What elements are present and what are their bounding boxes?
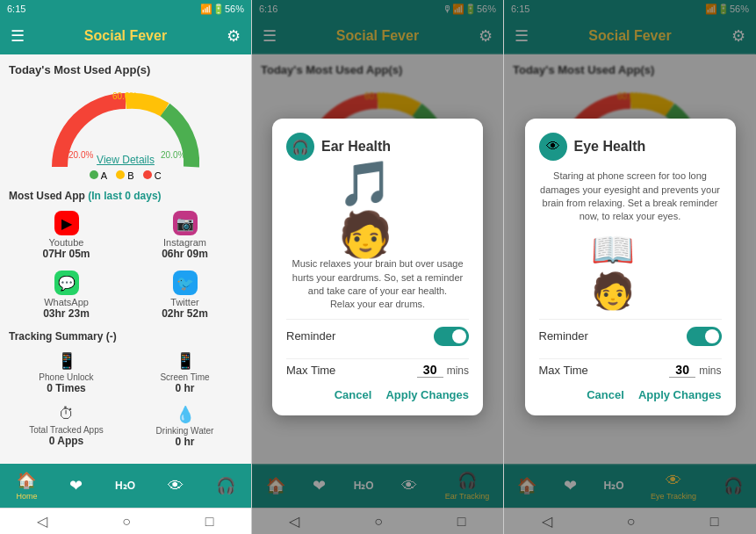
eye-modal-desc: Staring at phone screen for too long dam…: [539, 170, 722, 224]
top-nav-1: ☰ Social Fever ⚙: [0, 18, 251, 54]
total-apps-value: 0 Apps: [49, 435, 84, 447]
youtube-name: Youtube: [49, 237, 84, 248]
app-item-whatsapp: 💬 WhatsApp 03hr 23m: [9, 267, 124, 323]
nav-water-1[interactable]: H₂O: [115, 480, 135, 492]
ear-cancel-button[interactable]: Cancel: [335, 388, 372, 401]
eye-time-input-group: 30 mins: [669, 363, 721, 378]
phone-panel-2: 6:16 🎙📶🔋56% ☰ Social Fever ⚙ Today's Mos…: [252, 0, 504, 534]
legend-dot-a: A: [90, 170, 107, 181]
eye-time-unit: mins: [699, 364, 721, 377]
twitter-time: 02hr 52m: [162, 307, 208, 320]
eye-modal-image: 📖🧑: [591, 231, 670, 310]
home-icon-1: 🏠: [17, 471, 36, 490]
phone-unlock-value: 0 Times: [47, 382, 85, 394]
total-apps-icon: ⏱: [59, 405, 75, 423]
ear-max-time-label: Max Time: [286, 364, 335, 377]
svg-text:20.0%: 20.0%: [68, 150, 93, 160]
ear-apply-button[interactable]: Apply Changes: [385, 388, 469, 401]
phone-panel-3: 6:15 📶🔋56% ☰ Social Fever ⚙ Today's Most…: [504, 0, 756, 534]
tracking-grid-1: 📱 Phone Unlock 0 Times 📱 Screen Time 0 h…: [9, 348, 242, 451]
phone-unlock-label: Phone Unlock: [39, 372, 93, 382]
instagram-time: 06hr 09m: [162, 248, 208, 260]
tracking-screen-time: 📱 Screen Time 0 hr: [127, 348, 242, 398]
eye-reminder-row: Reminder: [539, 323, 722, 350]
tracking-phone-unlock: 📱 Phone Unlock 0 Times: [9, 348, 124, 398]
eye-modal-buttons: Cancel Apply Changes: [539, 388, 722, 401]
screen-time-label: Screen Time: [160, 372, 209, 382]
eye-reminder-label: Reminder: [539, 329, 588, 343]
instagram-name: Instagram: [163, 237, 206, 248]
youtube-time: 07Hr 05m: [42, 248, 90, 260]
ear-time-unit: mins: [447, 364, 469, 377]
heart-icon-1: ❤: [69, 476, 83, 495]
whatsapp-name: WhatsApp: [44, 297, 89, 307]
home-label-1: Home: [16, 492, 37, 501]
modal-overlay-eye: 👁 Eye Health Staring at phone screen for…: [504, 0, 756, 534]
eye-modal-title: Eye Health: [574, 139, 646, 155]
legend-dot-c: C: [143, 170, 162, 181]
divider-1: [286, 319, 469, 320]
ear-health-modal: 🎧 Ear Health 🎵🧑 Music relaxes your brain…: [272, 119, 483, 415]
water-value: 0 hr: [175, 436, 194, 448]
tracking-total-apps: ⏱ Total Tracked Apps 0 Apps: [9, 401, 124, 451]
most-used-subtitle-1: (In last 0 days): [88, 190, 161, 202]
eye-modal-icon: 👁: [539, 133, 567, 161]
youtube-icon: ▶: [54, 211, 79, 235]
whatsapp-time: 03hr 23m: [43, 307, 90, 320]
ear-reminder-row: Reminder: [286, 323, 469, 350]
eye-health-modal: 👁 Eye Health Staring at phone screen for…: [525, 119, 736, 415]
tracking-water: 💧 Drinking Water 0 hr: [127, 401, 242, 451]
ear-modal-header: 🎧 Ear Health: [286, 133, 469, 161]
ear-reminder-toggle[interactable]: [434, 327, 469, 346]
view-details-link-1[interactable]: View Details: [97, 154, 155, 166]
ear-reminder-label: Reminder: [286, 329, 335, 343]
eye-cancel-button[interactable]: Cancel: [587, 388, 624, 401]
screen-time-icon: 📱: [176, 351, 195, 371]
settings-icon-1[interactable]: ⚙: [227, 26, 241, 46]
divider-2: [286, 358, 469, 359]
nav-ear-1[interactable]: 🎧: [216, 476, 235, 495]
whatsapp-icon: 💬: [54, 271, 79, 295]
legend-dot-b: B: [116, 170, 133, 181]
gauge-legend-1: A B C: [90, 170, 161, 181]
nav-eye-1[interactable]: 👁: [168, 477, 184, 495]
eye-icon-1: 👁: [168, 477, 184, 495]
bottom-nav-1: 🏠 Home ❤ H₂O 👁 🎧: [0, 464, 251, 508]
phone-unlock-icon: 📱: [57, 351, 76, 371]
nav-home-1[interactable]: 🏠 Home: [16, 471, 37, 501]
gauge-container-1: 20.0% 60.0% 20.0% View Details A B C: [9, 83, 242, 181]
menu-icon-1[interactable]: ☰: [11, 26, 25, 46]
modal-overlay-ear: 🎧 Ear Health 🎵🧑 Music relaxes your brain…: [252, 0, 503, 534]
back-btn-1[interactable]: ◁: [37, 513, 47, 530]
water-icon: 💧: [176, 405, 195, 424]
ear-modal-buttons: Cancel Apply Changes: [286, 388, 469, 401]
twitter-icon: 🐦: [173, 271, 198, 295]
app-item-twitter: 🐦 Twitter 02hr 52m: [127, 267, 242, 323]
home-btn-1[interactable]: ○: [122, 514, 131, 530]
most-used-section-1: Most Used App (In last 0 days) ▶ Youtube…: [9, 190, 242, 323]
most-used-title-1: Most Used App (In last 0 days): [9, 190, 242, 202]
nav-heart-1[interactable]: ❤: [69, 476, 83, 495]
water-label: Drinking Water: [156, 426, 214, 436]
recents-btn-1[interactable]: □: [205, 514, 214, 530]
app-item-instagram: 📷 Instagram 06hr 09m: [127, 207, 242, 263]
tracking-summary-1: Tracking Summary (-) 📱 Phone Unlock 0 Ti…: [9, 330, 242, 451]
svg-text:60.0%: 60.0%: [112, 91, 137, 101]
status-icons-1: 📶🔋56%: [200, 4, 244, 15]
instagram-icon: 📷: [173, 211, 198, 235]
eye-max-time-row: Max Time 30 mins: [539, 363, 722, 378]
status-bar-1: 6:15 📶🔋56%: [0, 0, 251, 18]
ear-modal-icon: 🎧: [286, 133, 314, 161]
twitter-name: Twitter: [170, 297, 198, 307]
tracking-title-1: Tracking Summary (-): [9, 330, 242, 343]
eye-reminder-toggle[interactable]: [687, 327, 722, 346]
ear-modal-desc: Music relaxes your brain but over usage …: [286, 257, 469, 312]
ear-modal-image: 🎵🧑: [338, 170, 417, 249]
eye-apply-button[interactable]: Apply Changes: [638, 388, 722, 401]
ear-time-value[interactable]: 30: [417, 363, 443, 378]
screen-time-value: 0 hr: [175, 382, 194, 394]
eye-modal-header: 👁 Eye Health: [539, 133, 722, 161]
eye-time-value[interactable]: 30: [669, 363, 695, 378]
ear-time-input-group: 30 mins: [417, 363, 469, 378]
phone-panel-1: 6:15 📶🔋56% ☰ Social Fever ⚙ Today's Most…: [0, 0, 252, 534]
